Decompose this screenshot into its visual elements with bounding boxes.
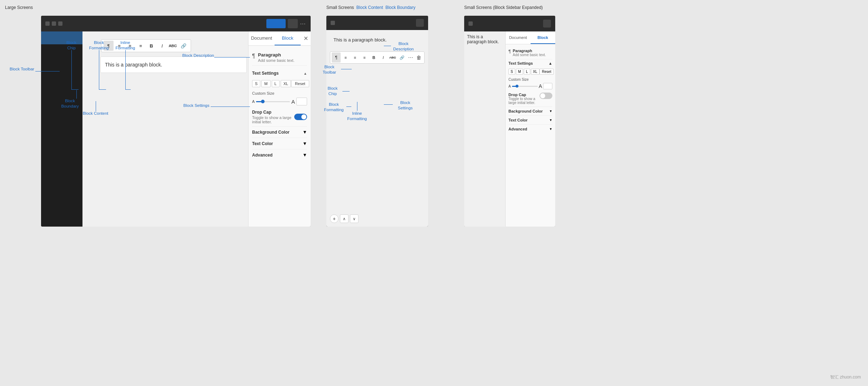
small-toolbar-trash[interactable]: 🗑: [415, 53, 423, 62]
small-titlebar-btn[interactable]: [416, 19, 424, 27]
watermark: 智汇 zhuon.com: [830, 374, 861, 380]
annotation-block-description: Block Description: [182, 53, 214, 58]
small-action-bar: + ∧ ∨: [330, 214, 358, 223]
sp-size-btn-m[interactable]: M: [516, 69, 523, 75]
sm-ann-line-settings: [384, 104, 393, 105]
toolbar-italic-btn[interactable]: I: [157, 41, 167, 51]
sp-size-btn-xl[interactable]: XL: [531, 69, 540, 75]
small-move-up-btn[interactable]: ∧: [340, 214, 348, 223]
sp-reset-btn[interactable]: Reset: [540, 69, 554, 75]
size-slider-track[interactable]: [256, 101, 290, 102]
ann-line-block-chip-h: [71, 89, 79, 90]
small-block-toolbar: ¶ ≡ ≡ ≡ B I ABC 🔗 ⋯ 🗑: [330, 51, 425, 64]
small-toolbar-more[interactable]: ⋯: [407, 53, 415, 62]
sm-ann-line-desc: [384, 46, 391, 46]
sp-slider-track[interactable]: [512, 86, 538, 87]
annotation-inline-formatting: InlineFormatting: [113, 40, 138, 51]
sidebar-expanded-content: This is a paragraph block. Document Bloc…: [464, 31, 555, 227]
sidebar-titlebar-btn[interactable]: [543, 20, 551, 28]
sp-size-btn-s[interactable]: S: [508, 69, 515, 75]
panel-block-name: Paragraph: [258, 52, 295, 58]
small-add-block-btn[interactable]: +: [330, 214, 338, 223]
sidebar-tab-document[interactable]: Document: [506, 31, 531, 44]
ann-line-block-chip-v: [71, 50, 72, 89]
sp-advanced-label: Advanced: [508, 127, 527, 131]
panel-content: ¶ Paragraph Add some basic text. Text Se…: [249, 46, 311, 164]
size-buttons-row: S M L XL Reset: [252, 78, 307, 89]
tab-document[interactable]: Document: [249, 31, 275, 45]
annotation-block-settings: Block Settings: [182, 103, 211, 108]
drop-cap-toggle[interactable]: [294, 114, 307, 120]
reset-btn[interactable]: Reset: [291, 80, 309, 87]
advanced-chevron: ▼: [302, 152, 307, 158]
small-toolbar-align-left[interactable]: ≡: [341, 53, 350, 63]
sp-drop-cap-toggle[interactable]: [540, 93, 552, 99]
small-toolbar-link[interactable]: 🔗: [397, 53, 406, 63]
sp-advanced[interactable]: Advanced ▼: [508, 124, 552, 133]
sp-size-letter-large: A: [539, 83, 542, 89]
size-letter-large: A: [291, 99, 295, 105]
size-btn-l[interactable]: L: [272, 80, 280, 87]
annotation-block-toolbar: Block Toolbar: [9, 66, 35, 72]
editor-titlebar: ⋯: [41, 16, 311, 31]
advanced-section[interactable]: Advanced ▼: [252, 149, 307, 160]
panel-close-btn[interactable]: ✕: [301, 31, 311, 45]
editor-sidebar-strip: [41, 31, 82, 227]
sm-annotation-block-desc: BlockDescription: [391, 41, 416, 52]
block-boundary-link[interactable]: Block Boundary: [385, 5, 415, 10]
sidebar-tab-block[interactable]: Block: [531, 31, 556, 44]
block-content-link[interactable]: Block Content: [356, 5, 383, 10]
text-color-label: Text Color: [252, 141, 273, 146]
small-move-down-btn[interactable]: ∨: [350, 214, 358, 223]
size-letter-small: A: [252, 99, 255, 104]
sp-size-btn-l[interactable]: L: [524, 69, 530, 75]
block-settings-panel: Document Block ✕ ¶ Paragraph Add some ba…: [248, 31, 311, 227]
size-btn-s[interactable]: S: [252, 80, 260, 87]
ann-line-block-toolbar-h: [35, 71, 60, 71]
titlebar-more-options[interactable]: ⋯: [300, 20, 306, 27]
sidebar-panel-content: ¶ Paragraph Add some basic text. Text Se…: [506, 44, 555, 135]
annotation-block-boundary: Block Boundary: [56, 98, 84, 109]
sm-ann-line-inline-v: [357, 102, 357, 111]
titlebar-primary-button[interactable]: [266, 19, 286, 28]
titlebar-secondary-button[interactable]: [288, 19, 298, 28]
sp-size-input[interactable]: [543, 83, 552, 89]
text-settings-label: Text Settings: [252, 71, 279, 76]
size-input[interactable]: [296, 98, 307, 105]
ann-line-block-desc-h: [214, 57, 250, 58]
text-settings-header: Text Settings ▲: [252, 69, 307, 78]
toolbar-link-btn[interactable]: 🔗: [179, 41, 189, 51]
sp-block-desc: ¶ Paragraph Add some basic text.: [508, 46, 552, 59]
sm-annotation-block-chip: BlockChip: [323, 86, 342, 96]
titlebar-dot-1: [45, 21, 50, 26]
sidebar-block-text: This is a paragraph block.: [464, 31, 505, 47]
small-toolbar-bold[interactable]: B: [369, 53, 378, 63]
annotation-block-chip: BlockChip: [61, 40, 82, 51]
toolbar-bold-btn[interactable]: B: [146, 41, 156, 51]
ann-line-block-boundary-v: [76, 90, 77, 99]
small-toolbar-align-center[interactable]: ≡: [351, 53, 360, 63]
toolbar-strikethrough-btn[interactable]: ABC: [168, 41, 178, 51]
background-color-section[interactable]: Background Color ▼: [252, 126, 307, 138]
editor-content-area: ¶ ≡ ≡ ≡ B I ABC 🔗 This is a paragraph bl…: [82, 31, 311, 227]
size-slider-thumb: [261, 100, 265, 103]
sp-text-color-chevron: ▼: [549, 118, 552, 122]
sp-text-settings: Text Settings ▲: [508, 59, 552, 67]
drop-cap-row: Drop Cap Toggle to show a large initial …: [252, 108, 307, 126]
ann-line-block-content-v: [96, 101, 96, 111]
sp-text-color[interactable]: Text Color ▼: [508, 115, 552, 124]
small-toolbar-align-right[interactable]: ≡: [360, 53, 369, 63]
size-btn-xl[interactable]: XL: [281, 80, 291, 87]
small-toolbar-strikethrough[interactable]: ABC: [388, 53, 397, 63]
background-color-chevron: ▼: [302, 129, 307, 135]
ann-line-block-fmt-h: [99, 89, 106, 90]
sp-background-color[interactable]: Background Color ▼: [508, 107, 552, 115]
sp-background-color-label: Background Color: [508, 109, 543, 113]
text-color-section[interactable]: Text Color ▼: [252, 138, 307, 149]
custom-size-row: A A: [252, 98, 307, 105]
small-toolbar-paragraph-btn[interactable]: ¶: [332, 53, 341, 63]
small-toolbar-italic[interactable]: I: [379, 53, 388, 63]
ann-line-inline-fmt-v: [125, 50, 126, 89]
size-btn-m[interactable]: M: [261, 80, 270, 87]
tab-block[interactable]: Block: [275, 31, 301, 45]
